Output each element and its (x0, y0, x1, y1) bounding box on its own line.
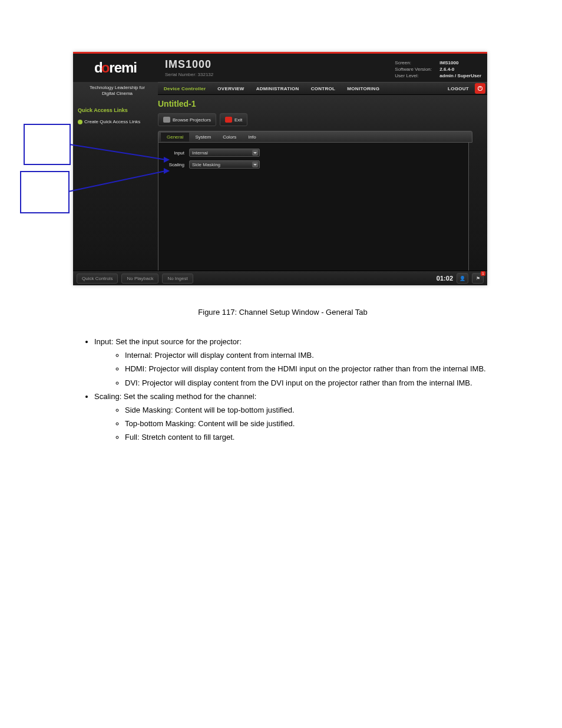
nav-control[interactable]: CONTROL (305, 86, 342, 91)
link-bullet-icon (78, 120, 82, 124)
doc-scaling-topbottom: Top-bottom Masking: Content will be side… (125, 418, 495, 430)
app-header: doremi IMS1000 Serial Number: 332132 Scr… (73, 54, 487, 82)
footer-time: 01:02 (437, 275, 453, 282)
browse-projectors-label: Browse Projectors (173, 117, 211, 123)
navbar: Device Controller OVERVIEW ADMINISTRATIO… (158, 82, 487, 95)
exit-label: Exit (234, 117, 242, 123)
general-panel: Input Internal Scaling Side Masking (158, 143, 469, 282)
create-quick-access-label: Create Quick Access Links (84, 119, 140, 124)
user-icon: 👤 (459, 276, 465, 281)
input-row: Input Internal (166, 149, 461, 157)
dropdown-arrow-icon (252, 162, 258, 167)
doc-scaling-side: Side Masking: Content will be top-bottom… (125, 404, 495, 416)
footer-user-icon[interactable]: 👤 (457, 273, 468, 284)
document-body: Figure 117: Channel Setup Window - Gener… (71, 307, 495, 445)
flag-icon: ⚑ (476, 276, 480, 281)
logo: doremi (73, 54, 158, 82)
nav-logout[interactable]: LOGOUT (442, 86, 475, 91)
doc-input-text: Input: Set the input source for the proj… (94, 337, 242, 346)
exit-button[interactable]: Exit (220, 113, 247, 126)
app-window: doremi IMS1000 Serial Number: 332132 Scr… (73, 52, 487, 285)
browse-projectors-button[interactable]: Browse Projectors (158, 113, 216, 126)
meta-userlevel-label: User Level: (395, 73, 436, 79)
tab-info[interactable]: Info (242, 133, 262, 141)
tab-colors[interactable]: Colors (217, 133, 242, 141)
doc-scaling-item: Scaling: Set the scaling method for the … (94, 391, 495, 444)
arrowhead-scaling (164, 168, 173, 174)
scaling-dropdown-value: Side Masking (192, 162, 220, 167)
header-meta: Screen:IMS1000 Software Version:2.6.4-0 … (395, 60, 481, 80)
dropdown-arrow-icon (252, 150, 258, 156)
power-button[interactable] (475, 83, 485, 94)
tab-strip: General System Colors Info (158, 131, 472, 143)
nav-monitoring[interactable]: MONITORING (341, 86, 385, 91)
nav-device-controller[interactable]: Device Controller (158, 86, 211, 91)
product-block: IMS1000 Serial Number: 332132 (158, 54, 283, 82)
meta-userlevel-value: admin / SuperUser (439, 73, 481, 79)
sidebar: Quick Access Links Create Quick Access L… (78, 107, 154, 124)
input-label: Input (166, 150, 184, 156)
create-quick-access-link[interactable]: Create Quick Access Links (78, 119, 154, 124)
footer: Quick Controls No Playback No Ingest 01:… (73, 271, 487, 285)
nav-administration[interactable]: ADMINISTRATION (250, 86, 305, 91)
quick-access-title: Quick Access Links (78, 107, 154, 113)
footer-quick-controls[interactable]: Quick Controls (77, 274, 118, 284)
doc-scaling-text: Scaling: Set the scaling method for the … (94, 392, 256, 401)
meta-version-label: Software Version: (395, 66, 436, 73)
footer-no-ingest[interactable]: No Ingest (162, 274, 193, 284)
scaling-row: Scaling Side Masking (166, 160, 461, 169)
page-title: Untitled-1 (158, 99, 481, 108)
footer-no-playback[interactable]: No Playback (121, 274, 158, 284)
tagline: Technology Leadership for Digital Cinema (85, 85, 150, 97)
meta-screen-value: IMS1000 (439, 60, 458, 66)
input-dropdown[interactable]: Internal (189, 149, 260, 157)
toolbar: Browse Projectors Exit (158, 113, 481, 126)
notification-badge: 1 (481, 271, 485, 276)
product-title: IMS1000 (165, 58, 283, 71)
nav-overview[interactable]: OVERVIEW (211, 86, 250, 91)
arrowhead-input (164, 157, 173, 163)
product-serial: Serial Number: 332132 (165, 72, 283, 77)
scaling-dropdown[interactable]: Side Masking (189, 160, 260, 169)
callout-box-input (24, 124, 71, 165)
input-dropdown-value: Internal (192, 150, 208, 156)
projector-icon (163, 117, 170, 123)
doc-input-dvi: DVI: Projector will display content from… (125, 377, 495, 389)
exit-icon (225, 117, 232, 123)
footer-notifications[interactable]: ⚑ 1 (472, 273, 484, 284)
callout-box-scaling (20, 171, 70, 213)
doc-input-item: Input: Set the input source for the proj… (94, 336, 495, 389)
meta-version-value: 2.6.4-0 (439, 66, 454, 73)
doc-input-hdmi: HDMI: Projector will display content fro… (125, 363, 495, 375)
main-content: Untitled-1 Browse Projectors Exit Genera… (158, 99, 481, 268)
logo-remi: remi (109, 60, 137, 76)
logo-o: o (101, 60, 110, 76)
figure-caption: Figure 117: Channel Setup Window - Gener… (71, 307, 495, 318)
doc-input-internal: Internal: Projector will display content… (125, 350, 495, 361)
doc-scaling-full: Full: Stretch content to fill target. (125, 431, 495, 443)
power-icon (477, 85, 483, 91)
tab-system[interactable]: System (189, 133, 217, 141)
meta-screen-label: Screen: (395, 60, 436, 66)
tab-general[interactable]: General (161, 133, 189, 141)
